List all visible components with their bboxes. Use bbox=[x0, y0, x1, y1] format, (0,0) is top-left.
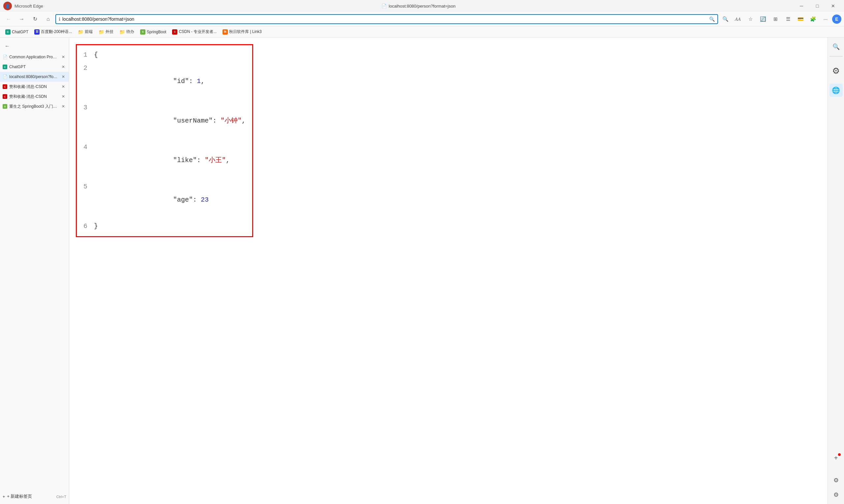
main-layout: ← 📄 Common Application Properties ✕ C Ch… bbox=[0, 38, 844, 504]
content-area: 1 { 2 "id": 1, 3 "use bbox=[69, 38, 828, 504]
localhost-close[interactable]: ✕ bbox=[60, 74, 66, 80]
split-screen-button[interactable]: ⊞ bbox=[770, 14, 781, 24]
table-row: 3 "userName": "小钟", bbox=[83, 101, 246, 141]
bottom-settings-button[interactable]: ⚙ bbox=[829, 474, 843, 487]
line-num-2: 2 bbox=[83, 61, 94, 101]
sidebar-item-csdn1[interactable]: C 赞和收藏-消息-CSDN ✕ bbox=[0, 82, 69, 92]
back-button[interactable]: ← bbox=[3, 14, 15, 24]
chatgpt-title: ChatGPT bbox=[9, 65, 58, 69]
csdn-favicon: C bbox=[172, 29, 177, 35]
val-age: 23 bbox=[201, 196, 209, 203]
copilot-button[interactable]: 🔄 bbox=[757, 14, 769, 24]
plus-icon: + bbox=[834, 454, 838, 462]
home-button[interactable]: ⌂ bbox=[42, 14, 54, 24]
forward-button[interactable]: → bbox=[16, 14, 28, 24]
notification-dot bbox=[838, 453, 841, 456]
titlebar-controls: ─ □ ✕ bbox=[794, 0, 841, 12]
line-num-4: 4 bbox=[83, 141, 94, 180]
search-icon: 🔍 bbox=[709, 16, 715, 22]
key-username: "userName": bbox=[157, 117, 221, 125]
bookmark-daiban[interactable]: 📁 待办 bbox=[117, 28, 137, 36]
bookmark-spring-label: SpringBoot bbox=[147, 30, 166, 34]
address-bar[interactable]: ℹ 🔍 bbox=[55, 14, 718, 24]
common-app-close[interactable]: ✕ bbox=[60, 54, 66, 60]
add-to-sidebar-button[interactable]: ☰ bbox=[782, 14, 794, 24]
profile-icon[interactable]: 👤 bbox=[3, 2, 12, 10]
plus-icon: + bbox=[3, 494, 5, 499]
bookmark-waixia[interactable]: 📁 外挂 bbox=[96, 28, 116, 36]
line-content-3: "userName": "小钟", bbox=[94, 101, 246, 141]
settings-button[interactable]: ⚙ bbox=[828, 62, 844, 79]
springboot-close[interactable]: ✕ bbox=[60, 104, 66, 109]
csdn1-title: 赞和收藏-消息-CSDN bbox=[9, 84, 58, 90]
bookmark-csdn-label: CSDN - 专业开发者... bbox=[179, 29, 217, 35]
val-username: "小钟" bbox=[221, 117, 242, 125]
line-num-3: 3 bbox=[83, 101, 94, 141]
sidebar-item-common-app[interactable]: 📄 Common Application Properties ✕ bbox=[0, 52, 69, 62]
close-button[interactable]: ✕ bbox=[826, 0, 841, 12]
bookmark-csdn[interactable]: C CSDN - 专业开发者... bbox=[170, 28, 219, 36]
nav-actions: 🔍 𝐴𝐴 ☆ 🔄 ⊞ ☰ 💳 🧩 ··· E bbox=[719, 14, 841, 24]
sidebar-item-chatgpt[interactable]: C ChatGPT ✕ bbox=[0, 62, 69, 72]
qiuri-favicon: 秋 bbox=[223, 29, 228, 35]
extensions-button[interactable]: 🧩 bbox=[807, 14, 819, 24]
titlebar: 👤 Microsoft Edge 📄 localhost:8080/person… bbox=[0, 0, 844, 12]
add-button[interactable]: + bbox=[829, 451, 843, 465]
bookmark-qiuri[interactable]: 秋 秋日软件库 | Link3 bbox=[220, 28, 264, 36]
csdn2-tab-favicon: C bbox=[3, 94, 7, 99]
chatgpt-close[interactable]: ✕ bbox=[60, 64, 66, 70]
sidebar-item-springboot[interactable]: S 重生之 SpringBoot3 入门保姆级... ✕ bbox=[0, 102, 69, 111]
csdn2-title: 赞和收藏-消息-CSDN bbox=[9, 94, 58, 100]
bookmark-frontend[interactable]: 📁 前端 bbox=[75, 28, 95, 36]
favorites-button[interactable]: ☆ bbox=[744, 14, 756, 24]
bookmark-waixia-label: 外挂 bbox=[105, 29, 114, 35]
search-right-button[interactable]: 🔍 bbox=[829, 40, 843, 53]
bookmarks-bar: C ChatGPT 百 百度翻-200种语... 📁 前端 📁 外挂 📁 待办 … bbox=[0, 26, 844, 38]
csdn2-close[interactable]: ✕ bbox=[60, 93, 66, 100]
bookmark-springboot[interactable]: S SpringBoot bbox=[137, 28, 169, 36]
spring-tab-favicon: S bbox=[3, 104, 7, 109]
json-container: 1 { 2 "id": 1, 3 "use bbox=[76, 44, 253, 237]
bookmark-baidu[interactable]: 百 百度翻-200种语... bbox=[32, 28, 74, 36]
edge-profile-button[interactable]: E bbox=[832, 15, 841, 24]
zoom-button[interactable]: 🔍 bbox=[719, 14, 731, 24]
sidebar-item-csdn2[interactable]: C 赞和收藏-消息-CSDN ✕ bbox=[0, 92, 69, 102]
common-app-title: Common Application Properties bbox=[9, 55, 58, 59]
new-tab-label: + 新建标签页 bbox=[7, 494, 32, 499]
refresh-button[interactable]: ↻ bbox=[29, 14, 41, 24]
bookmark-chatgpt[interactable]: C ChatGPT bbox=[3, 28, 31, 36]
edge-sidebar-button[interactable]: 🌐 bbox=[829, 84, 843, 97]
bottom-settings-button-2[interactable]: ⚙ bbox=[829, 488, 843, 501]
app-name: Microsoft Edge bbox=[15, 4, 43, 8]
more-button[interactable]: ··· bbox=[820, 14, 831, 24]
wallet-button[interactable]: 💳 bbox=[795, 14, 806, 24]
right-sidebar: 🔍 ⚙ 🌐 + ⚙ ⚙ bbox=[828, 38, 844, 504]
maximize-button[interactable]: □ bbox=[810, 0, 825, 12]
sidebar-item-localhost[interactable]: 📄 localhost:8080/person?format=js... ✕ bbox=[0, 72, 69, 82]
csdn1-close[interactable]: ✕ bbox=[60, 84, 66, 90]
table-row: 4 "like": "小王", bbox=[83, 141, 246, 180]
chatgpt-tab-favicon: C bbox=[3, 65, 7, 69]
line-content-4: "like": "小王", bbox=[94, 141, 246, 180]
springboot-title: 重生之 SpringBoot3 入门保姆级... bbox=[9, 104, 58, 109]
collapse-sidebar-button[interactable]: ← bbox=[3, 41, 12, 51]
minimize-button[interactable]: ─ bbox=[794, 0, 809, 12]
comma-2: , bbox=[242, 117, 246, 125]
right-divider bbox=[829, 56, 843, 57]
line-num-1: 1 bbox=[83, 49, 94, 61]
bookmark-baidu-label: 百度翻-200种语... bbox=[41, 29, 72, 35]
comma-3: , bbox=[226, 157, 230, 164]
sidebar: ← 📄 Common Application Properties ✕ C Ch… bbox=[0, 38, 69, 504]
new-tab-button[interactable]: + + 新建标签页 Ctrl+T bbox=[0, 492, 69, 501]
baidu-favicon: 百 bbox=[34, 29, 39, 35]
read-aloud-button[interactable]: 𝐴𝐴 bbox=[732, 14, 744, 24]
line-content-2: "id": 1, bbox=[94, 61, 246, 101]
table-row: 1 { bbox=[83, 49, 246, 61]
url-input[interactable] bbox=[62, 16, 707, 22]
chatgpt-favicon: C bbox=[5, 29, 11, 35]
line-num-6: 6 bbox=[83, 220, 94, 233]
tab-list: 📄 Common Application Properties ✕ C Chat… bbox=[0, 52, 69, 490]
tab-favicon: 📄 bbox=[381, 4, 387, 8]
table-row: 2 "id": 1, bbox=[83, 61, 246, 101]
new-tab-shortcut: Ctrl+T bbox=[56, 495, 66, 499]
